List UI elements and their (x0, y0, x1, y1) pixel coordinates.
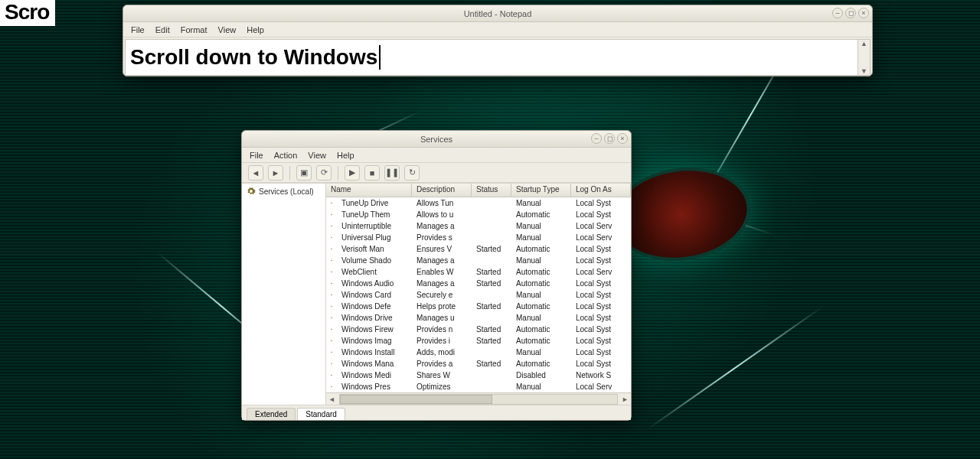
cell-name: Windows Install (337, 348, 412, 356)
close-button[interactable]: × (858, 8, 869, 18)
cell-name: TuneUp Them (337, 210, 412, 219)
cell-log-on-as: Local Serv (571, 382, 631, 391)
cell-description: Manages u (412, 314, 472, 322)
menu-file[interactable]: File (250, 151, 263, 160)
gear-icon (331, 325, 332, 334)
cell-log-on-as: Local Serv (571, 233, 631, 242)
notepad-titlebar[interactable]: Untitled - Notepad – ◻ × (123, 5, 872, 22)
back-button[interactable]: ◄ (248, 165, 263, 181)
table-row[interactable]: Windows AudioManages aStartedAutomaticLo… (326, 278, 631, 289)
col-log-on-as[interactable]: Log On As (571, 184, 631, 197)
cell-description: Adds, modi (412, 348, 472, 356)
menu-format[interactable]: Format (181, 25, 207, 34)
gear-icon (331, 210, 332, 219)
table-row[interactable]: Windows ImagProvides iStartedAutomaticLo… (326, 335, 631, 347)
cell-startup-type: Manual (511, 233, 571, 242)
cell-status: Started (472, 245, 511, 253)
cell-name: Windows Drive (337, 314, 412, 322)
table-row[interactable]: Windows CardSecurely eManualLocal Syst (326, 289, 631, 301)
table-row[interactable]: Verisoft ManEnsures VStartedAutomaticLoc… (326, 243, 631, 255)
cell-startup-type: Manual (511, 256, 571, 265)
menu-edit[interactable]: Edit (155, 25, 170, 34)
cell-description: Helps prote (412, 302, 472, 311)
notepad-vscroll[interactable]: ▲ ▼ (858, 40, 870, 75)
cell-name: Windows Medi (337, 371, 412, 379)
table-row[interactable]: TuneUp DriveAllows TunManualLocal Syst (326, 197, 631, 209)
cell-name: Verisoft Man (337, 245, 412, 253)
table-row[interactable]: Universal PlugProvides sManualLocal Serv (326, 232, 631, 243)
table-row[interactable]: Windows PresOptimizesManualLocal Serv (326, 381, 631, 392)
table-row[interactable]: UninterruptibleManages aManualLocal Serv (326, 220, 631, 232)
col-startup-type[interactable]: Startup Type (511, 184, 571, 197)
table-row[interactable]: Windows FirewProvides nStartedAutomaticL… (326, 324, 631, 335)
tree-root-label: Services (Local) (259, 187, 314, 196)
cell-status: Started (472, 325, 511, 334)
cell-name: Uninterruptible (337, 222, 412, 230)
refresh-button[interactable]: ⟳ (316, 165, 332, 181)
cell-description: Ensures V (412, 245, 472, 253)
cell-log-on-as: Local Syst (571, 302, 631, 311)
gear-icon (331, 279, 332, 288)
menu-file[interactable]: File (131, 25, 145, 34)
table-row[interactable]: Volume ShadoManages aManualLocal Syst (326, 255, 631, 266)
table-row[interactable]: Windows ManaProvides aStartedAutomaticLo… (326, 358, 631, 369)
cell-description: Enables W (412, 268, 472, 276)
cell-description: Provides n (412, 325, 472, 334)
menu-action[interactable]: Action (274, 151, 298, 160)
cell-name: Windows Defe (337, 302, 412, 311)
table-row[interactable]: Windows DefeHelps proteStartedAutomaticL… (326, 301, 631, 312)
services-tabs: Extended Standard (242, 405, 631, 420)
services-tree[interactable]: Services (Local) (242, 184, 326, 405)
table-row[interactable]: Windows MediShares WDisabledNetwork S (326, 369, 631, 381)
maximize-button[interactable]: ◻ (845, 8, 856, 18)
forward-button[interactable]: ► (268, 165, 283, 181)
scroll-track[interactable] (339, 394, 618, 405)
cell-status: Started (472, 360, 511, 368)
cell-startup-type: Automatic (511, 245, 571, 253)
scroll-thumb[interactable] (340, 395, 492, 404)
scroll-left-icon[interactable]: ◄ (326, 396, 338, 403)
restart-button[interactable]: ↻ (404, 165, 420, 181)
tab-extended[interactable]: Extended (247, 408, 296, 420)
cell-startup-type: Manual (511, 291, 571, 299)
cell-status: Started (472, 279, 511, 288)
scroll-down-icon[interactable]: ▼ (861, 67, 867, 75)
menu-help[interactable]: Help (247, 25, 264, 34)
properties-button[interactable]: ▣ (296, 165, 312, 181)
col-status[interactable]: Status (472, 184, 511, 197)
scroll-right-icon[interactable]: ► (619, 396, 631, 403)
services-list: Name Description Status Startup Type Log… (326, 184, 631, 405)
cell-log-on-as: Local Syst (571, 337, 631, 345)
cell-description: Manages a (412, 279, 472, 288)
cell-description: Manages a (412, 222, 472, 230)
stop-button[interactable]: ■ (364, 165, 380, 181)
cell-log-on-as: Local Syst (571, 291, 631, 299)
minimize-button[interactable]: – (591, 133, 602, 144)
start-button[interactable]: ▶ (345, 165, 360, 181)
cell-startup-type: Manual (511, 348, 571, 356)
scroll-up-icon[interactable]: ▲ (861, 40, 867, 47)
cell-description: Provides s (412, 233, 472, 242)
col-description[interactable]: Description (412, 184, 472, 197)
table-row[interactable]: Windows InstallAdds, modiManualLocal Sys… (326, 347, 631, 358)
pause-button[interactable]: ❚❚ (384, 165, 400, 181)
table-row[interactable]: TuneUp ThemAllows to uAutomaticLocal Sys… (326, 209, 631, 220)
services-hscroll[interactable]: ◄ ► (326, 392, 631, 405)
maximize-button[interactable]: ◻ (604, 133, 615, 144)
tab-standard[interactable]: Standard (297, 408, 345, 420)
tree-root-node[interactable]: Services (Local) (247, 187, 321, 196)
gear-icon (331, 314, 332, 322)
table-row[interactable]: WebClientEnables WStartedAutomaticLocal … (326, 266, 631, 278)
minimize-button[interactable]: – (832, 8, 843, 18)
menu-help[interactable]: Help (337, 151, 354, 160)
services-titlebar[interactable]: Services – ◻ × (242, 131, 631, 148)
close-button[interactable]: × (617, 133, 628, 144)
menu-view[interactable]: View (218, 25, 237, 34)
table-row[interactable]: Windows DriveManages uManualLocal Syst (326, 312, 631, 324)
notepad-editor[interactable]: Scroll down to Windows ▲ ▼ (125, 39, 871, 76)
col-name[interactable]: Name (326, 184, 412, 197)
menu-view[interactable]: View (308, 151, 326, 160)
gear-icon (331, 291, 332, 299)
services-window: Services – ◻ × File Action View Help ◄ ►… (241, 130, 632, 421)
gear-icon (331, 371, 332, 379)
